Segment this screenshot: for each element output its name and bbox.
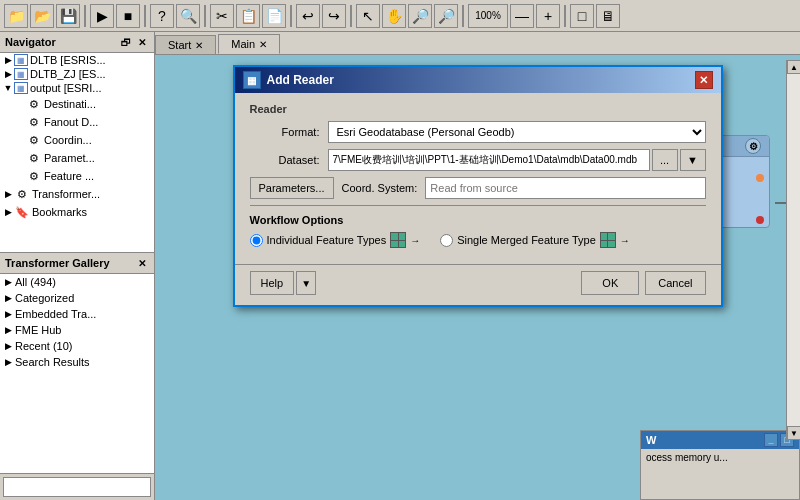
tab-main[interactable]: Main ✕	[218, 34, 280, 54]
tree-item-coord[interactable]: ⚙ Coordin...	[0, 131, 154, 149]
dialog-title: Add Reader	[267, 73, 334, 87]
toolbar-ext1[interactable]: □	[570, 4, 594, 28]
dataset-arrow-btn[interactable]: ▼	[680, 149, 706, 171]
radio-merged-label: Single Merged Feature Type	[457, 234, 596, 246]
gallery-item-recent[interactable]: ▶ Recent (10)	[0, 338, 154, 354]
arrow-embedded: ▶	[5, 309, 15, 319]
label-search-results: Search Results	[15, 356, 90, 368]
toolbar-zoom-minus[interactable]: —	[510, 4, 534, 28]
radio-merged-input[interactable]	[440, 234, 453, 247]
tree-label-dltb: DLTB [ESRIS...	[30, 54, 106, 66]
tree-arrow-dltb-zj: ▶	[2, 69, 14, 79]
arrow-search-results: ▶	[5, 357, 15, 367]
workflow-label: Workflow Options	[250, 214, 706, 226]
tree-item-dltb[interactable]: ▶ ▦ DLTB [ESRIS...	[0, 53, 154, 67]
coord-input[interactable]	[425, 177, 705, 199]
grid-arrow-merged: →	[620, 235, 630, 246]
toolbar-zoom-out[interactable]: 🔎	[434, 4, 458, 28]
arrow-categorized: ▶	[5, 293, 15, 303]
dataset-input[interactable]	[328, 149, 650, 171]
cancel-button[interactable]: Cancel	[645, 271, 705, 295]
toolbar-new[interactable]: 📁	[4, 4, 28, 28]
tree-item-dltb-zj[interactable]: ▶ ▦ DLTB_ZJ [ES...	[0, 67, 154, 81]
label-recent: Recent (10)	[15, 340, 72, 352]
separator5	[350, 5, 352, 27]
gallery-close[interactable]: ✕	[135, 256, 149, 270]
canvas-area[interactable]: 200 200 200 ↖ DLTB ⚙	[155, 55, 800, 500]
parameters-button[interactable]: Parameters...	[250, 177, 334, 199]
toolbar-select[interactable]: ↖	[356, 4, 380, 28]
dialog-body: Reader Format: Esri Geodatabase (Persona…	[235, 93, 721, 264]
coord-label: Coord. System:	[342, 182, 418, 194]
right-area: Start ✕ Main ✕ 200	[155, 32, 800, 500]
tree-item-param[interactable]: ⚙ Paramet...	[0, 149, 154, 167]
gear-icon-coord: ⚙	[26, 132, 42, 148]
toolbar-pan[interactable]: ✋	[382, 4, 406, 28]
panel-minimize-btn[interactable]: _	[764, 433, 778, 447]
tree-item-destina[interactable]: ⚙ Destinati...	[0, 95, 154, 113]
toolbar-stop[interactable]: ■	[116, 4, 140, 28]
gear-icon-destina: ⚙	[26, 96, 42, 112]
gallery-item-all[interactable]: ▶ All (494)	[0, 274, 154, 290]
label-categorized: Categorized	[15, 292, 74, 304]
toolbar-search[interactable]: 🔍	[176, 4, 200, 28]
footer-right: OK Cancel	[581, 271, 705, 295]
toolbar-copy[interactable]: 📋	[236, 4, 260, 28]
ok-button[interactable]: OK	[581, 271, 639, 295]
tree-item-feature[interactable]: ⚙ Feature ...	[0, 167, 154, 185]
toolbar-save[interactable]: 💾	[56, 4, 80, 28]
help-button[interactable]: Help	[250, 271, 295, 295]
dataset-browse-btn[interactable]: ...	[652, 149, 678, 171]
format-select[interactable]: Esri Geodatabase (Personal Geodb)	[328, 121, 706, 143]
gallery-item-embedded[interactable]: ▶ Embedded Tra...	[0, 306, 154, 322]
dialog-title-left: ▦ Add Reader	[243, 71, 334, 89]
canvas-scrollbar-v: ▲ ▼	[786, 60, 800, 440]
tab-start-close[interactable]: ✕	[195, 40, 203, 51]
toolbar-run[interactable]: ▶	[90, 4, 114, 28]
toolbar-open[interactable]: 📂	[30, 4, 54, 28]
arrow-recent: ▶	[5, 341, 15, 351]
tree-item-output[interactable]: ▼ ▦ output [ESRI...	[0, 81, 154, 95]
tab-start[interactable]: Start ✕	[155, 35, 216, 54]
toolbar-redo[interactable]: ↪	[322, 4, 346, 28]
toolbar-cut[interactable]: ✂	[210, 4, 234, 28]
bottom-right-header: W _ □	[641, 431, 799, 449]
gallery-item-categorized[interactable]: ▶ Categorized	[0, 290, 154, 306]
toolbar-zoom-pct[interactable]: 100%	[468, 4, 508, 28]
tree-item-fanout[interactable]: ⚙ Fanout D...	[0, 113, 154, 131]
bottom-right-panel: W _ □ ocess memory u...	[640, 430, 800, 500]
tab-main-label: Main	[231, 38, 255, 50]
navigator-restore[interactable]: 🗗	[119, 35, 133, 49]
gallery-item-fmehub[interactable]: ▶ FME Hub	[0, 322, 154, 338]
arrow-fmehub: ▶	[5, 325, 15, 335]
dialog-close-button[interactable]: ✕	[695, 71, 713, 89]
toolbar-help[interactable]: ?	[150, 4, 174, 28]
toolbar-zoom-in[interactable]: 🔎	[408, 4, 432, 28]
separator7	[564, 5, 566, 27]
help-dropdown-arrow[interactable]: ▼	[296, 271, 316, 295]
params-coord-row: Parameters... Coord. System:	[250, 177, 706, 199]
tree-arrow-dltb: ▶	[2, 55, 14, 65]
navigator-header: Navigator 🗗 ✕	[0, 32, 154, 53]
separator3	[204, 5, 206, 27]
tree-label-fanout: Fanout D...	[44, 116, 98, 128]
scroll-down-btn[interactable]: ▼	[787, 426, 800, 440]
gallery-item-search-results[interactable]: ▶ Search Results	[0, 354, 154, 370]
tab-main-close[interactable]: ✕	[259, 39, 267, 50]
label-fmehub: FME Hub	[15, 324, 61, 336]
radio-individual-input[interactable]	[250, 234, 263, 247]
navigator-close[interactable]: ✕	[135, 35, 149, 49]
workflow-section: Workflow Options Individual Feature Type…	[250, 205, 706, 248]
tree-item-transformer[interactable]: ▶ ⚙ Transformer...	[0, 185, 154, 203]
toolbar: 📁 📂 💾 ▶ ■ ? 🔍 ✂ 📋 📄 ↩ ↪ ↖ ✋ 🔎 🔎 100% — +…	[0, 0, 800, 32]
tree-item-bookmarks[interactable]: ▶ 🔖 Bookmarks	[0, 203, 154, 221]
toolbar-zoom-plus[interactable]: +	[536, 4, 560, 28]
transformer-search-input[interactable]	[3, 477, 151, 497]
individual-grid-icon	[390, 232, 406, 248]
toolbar-undo[interactable]: ↩	[296, 4, 320, 28]
toolbar-ext2[interactable]: 🖥	[596, 4, 620, 28]
left-panel: Navigator 🗗 ✕ ▶ ▦ DLTB [ESRIS... ▶ ▦ DLT…	[0, 32, 155, 500]
scroll-up-btn[interactable]: ▲	[787, 60, 800, 74]
radio-merged: Single Merged Feature Type →	[440, 232, 630, 248]
toolbar-paste[interactable]: 📄	[262, 4, 286, 28]
